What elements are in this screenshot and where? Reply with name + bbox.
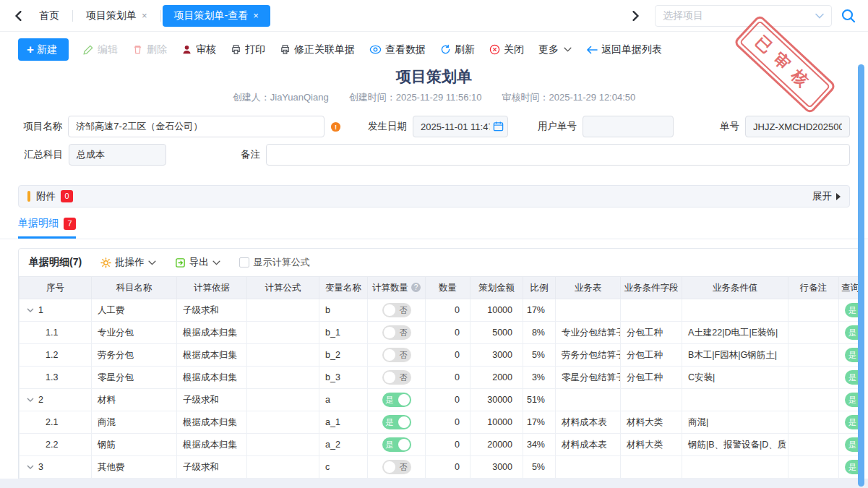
toggle-knob (384, 372, 395, 383)
cell-formula (247, 456, 319, 479)
expand-caret-icon[interactable] (27, 308, 34, 312)
calc-qty-toggle[interactable]: 否 (382, 325, 411, 340)
question-circle-icon[interactable]: ? (411, 283, 421, 292)
expand-button[interactable]: 展开 (812, 190, 841, 203)
tab-close-icon[interactable]: × (253, 10, 259, 21)
cell-varname: b (319, 299, 368, 322)
cell-biz_value (682, 456, 788, 479)
back-to-list-button[interactable]: 返回单据列表 (586, 43, 662, 56)
attachment-label: 附件 (36, 190, 56, 203)
remark-field[interactable] (266, 144, 850, 166)
tab-project-plan-view[interactable]: 项目策划单-查看× (163, 5, 270, 27)
header-form: 项目名称 ! 发生日期 用户单号 单号 汇总科目 备注 (18, 116, 850, 166)
tab-close-icon[interactable]: × (142, 10, 147, 21)
calc-qty-toggle[interactable]: 是 (382, 437, 411, 452)
expand-caret-icon[interactable] (27, 398, 34, 402)
created-meta: 创建时间：2025-11-29 11:56:10 (349, 91, 482, 104)
cell-varname: b_2 (319, 344, 368, 367)
close-button[interactable]: 关闭 (489, 43, 524, 56)
cell-qty: 0 (426, 411, 470, 434)
column-header-1: 科目名称 (92, 277, 177, 299)
table-row: 2.1商混根据成本归集a_1是01000017%材料成本表材料大类商混|是 (20, 411, 863, 434)
cell-varname: b_3 (319, 367, 368, 389)
cell-subject: 零星分包 (92, 367, 177, 389)
cell-ratio: 5% (523, 344, 556, 367)
calc-qty-toggle[interactable]: 否 (382, 303, 411, 317)
show-formula-checkbox[interactable]: 显示计算公式 (239, 256, 310, 269)
column-header-8: 比例 (523, 277, 556, 299)
nav-back-chevron-icon[interactable] (9, 7, 27, 25)
cell-row_remark (788, 434, 839, 456)
user-no-field[interactable] (583, 116, 674, 137)
user-no-label: 用户单号 (508, 120, 577, 133)
calc-qty-toggle[interactable]: 否 (382, 370, 411, 385)
column-header-7: 策划金额 (470, 277, 523, 299)
nav-forward-chevron-icon[interactable] (626, 7, 645, 25)
view-data-button[interactable]: 查看数据 (369, 43, 426, 56)
horizontal-scroll-track[interactable] (0, 479, 868, 488)
action-toolbar: +新建 编辑 删除 审核 打印 修正关联单据 查看数据 刷新 关闭 更多 返回单… (18, 38, 850, 61)
toggle-knob (384, 349, 395, 361)
triangle-right-icon (836, 193, 841, 200)
table-row: 3其他费子级求和c否030005%是 (20, 456, 863, 479)
delete-button[interactable]: 删除 (132, 43, 167, 56)
cell-biz_field: 分包工种 (621, 367, 682, 389)
cell-seq: 3 (20, 456, 92, 479)
doc-no-field[interactable] (745, 116, 850, 137)
calc-qty-toggle[interactable]: 是 (382, 393, 411, 407)
tab-detail[interactable]: 单据明细 7 (18, 217, 76, 239)
cell-biz_table (556, 299, 621, 322)
cell-biz_value: 商混| (682, 411, 788, 434)
cell-seq: 1.3 (20, 367, 92, 389)
fix-related-button[interactable]: 修正关联单据 (280, 43, 355, 56)
audit-button[interactable]: 审核 (181, 43, 216, 56)
document-head: 项目策划单 创建人：JiaYuanQiang 创建时间：2025-11-29 1… (0, 67, 868, 104)
cell-ratio: 5% (523, 456, 556, 479)
table-row: 1.3零星分包根据成本归集b_3否020003%零星分包结算子表分包工种C安装|… (20, 367, 863, 389)
project-name-field[interactable] (68, 116, 325, 137)
expand-caret-icon[interactable] (27, 465, 34, 469)
cell-varname: a_2 (319, 434, 368, 456)
cell-calc: 否 (368, 367, 426, 389)
cell-seq: 2.1 (20, 411, 92, 434)
cell-biz_table: 零星分包结算子表 (556, 367, 621, 389)
cell-biz_value: B木工|F园林|G钢筋土| (682, 344, 788, 367)
tab-home[interactable]: 首页 (27, 5, 71, 27)
cell-biz_value (682, 389, 788, 411)
cell-calc: 否 (368, 456, 426, 479)
cell-calc: 否 (368, 344, 426, 367)
vertical-scrollbar-thumb[interactable] (858, 64, 864, 487)
print-button[interactable]: 打印 (231, 43, 265, 56)
cell-ratio: 3% (523, 367, 556, 389)
cell-amount: 3000 (470, 344, 523, 367)
cell-qty: 0 (426, 322, 470, 344)
table-row: 1人工费子级求和b否01000017%是 (20, 299, 863, 322)
cell-basis: 根据成本归集 (177, 367, 247, 389)
tab-project-plan-list[interactable]: 项目策划单× (74, 5, 159, 27)
refresh-button[interactable]: 刷新 (440, 43, 475, 56)
calc-qty-toggle[interactable]: 否 (382, 460, 411, 474)
more-button[interactable]: 更多 (538, 43, 572, 56)
audited-meta: 审核时间：2025-11-29 12:04:50 (502, 91, 636, 104)
edit-button[interactable]: 编辑 (83, 43, 118, 56)
project-select[interactable]: 选择项目 (655, 5, 832, 27)
attachment-panel[interactable]: 附件 0 展开 (18, 185, 850, 207)
info-icon[interactable]: ! (330, 121, 341, 132)
calendar-icon[interactable] (493, 121, 504, 132)
cell-row_remark (788, 299, 839, 322)
calc-qty-toggle[interactable]: 是 (382, 415, 411, 429)
summary-subject-field[interactable] (69, 144, 166, 166)
calc-qty-toggle[interactable]: 否 (382, 348, 411, 362)
new-button[interactable]: +新建 (18, 38, 69, 61)
cell-basis: 子级求和 (177, 456, 247, 479)
cell-biz_value: 钢筋|B、报警设备|D、质 (682, 434, 788, 456)
cell-biz_table: 专业分包结算子表 (556, 322, 621, 344)
column-header-10: 业务条件字段 (621, 277, 682, 299)
search-icon[interactable] (841, 8, 856, 24)
export-button[interactable]: 导出 (175, 256, 220, 269)
cell-subject: 钢筋 (92, 434, 177, 456)
svg-text:!: ! (335, 123, 337, 130)
batch-operate-button[interactable]: 批操作 (100, 256, 156, 269)
detail-count-badge: 7 (64, 218, 76, 230)
cell-subject: 商混 (92, 411, 177, 434)
